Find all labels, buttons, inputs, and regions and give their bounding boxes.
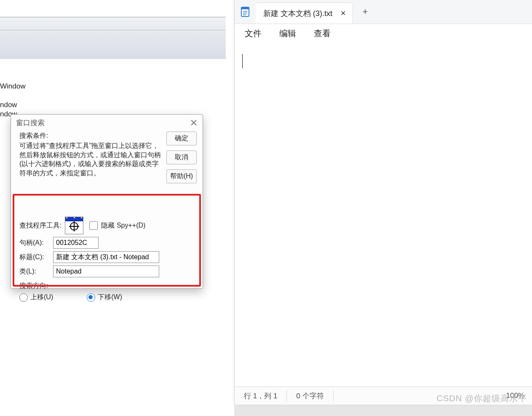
spy-titlebar-strip: [0, 0, 226, 17]
notepad-tabstrip: 新建 文本文档 (3).txt ✕ +: [235, 0, 532, 24]
notepad-status-bar: 行 1，列 1 0 个字符 100%: [235, 386, 532, 405]
direction-label: 搜索方向:: [19, 282, 48, 290]
cancel-button[interactable]: 取消: [166, 150, 197, 164]
class-input[interactable]: [53, 266, 159, 277]
status-charcount: 0 个字符: [287, 390, 333, 401]
radio-icon: [87, 293, 95, 302]
status-zoom: 100%: [506, 392, 532, 400]
finder-dot-icon: [74, 217, 75, 218]
notepad-window: 新建 文本文档 (3).txt ✕ + 文件 编辑 查看 行 1，列 1 0 个…: [234, 0, 532, 405]
finder-dot-icon: [66, 217, 67, 218]
handle-input[interactable]: [53, 237, 99, 249]
text-caret: [242, 54, 243, 68]
menu-view[interactable]: 查看: [314, 28, 331, 39]
notepad-app-icon: [235, 0, 256, 24]
dialog-title: 窗口搜索: [16, 118, 45, 128]
hide-spy-checkbox[interactable]: [89, 221, 98, 230]
notepad-text-area[interactable]: [235, 42, 532, 387]
window-search-dialog: 窗口搜索 搜索条件: 可通过将"查找程序工具"拖至窗口上以选择它，然后释放鼠标按…: [11, 114, 203, 289]
notepad-tab-title: 新建 文本文档 (3).txt: [263, 8, 332, 19]
crosshair-icon: [69, 221, 79, 231]
help-button[interactable]: 帮助(H): [166, 169, 197, 183]
direction-down-radio[interactable]: 下移(W): [87, 293, 122, 302]
dialog-close-button[interactable]: [188, 117, 199, 128]
search-criteria-header: 搜索条件:: [19, 132, 161, 140]
svg-rect-4: [241, 7, 249, 9]
bg-text-ndow1: ndow: [0, 101, 17, 109]
finder-tool[interactable]: [65, 217, 83, 234]
status-position: 行 1，列 1: [235, 390, 287, 401]
search-criteria-text: 可通过将"查找程序工具"拖至窗口上以选择它，然后释放鼠标按钮的方式，或通过输入窗…: [19, 141, 161, 177]
direction-down-label: 下移(W): [98, 293, 122, 302]
notepad-menubar: 文件 编辑 查看: [235, 24, 532, 43]
notepad-tab[interactable]: 新建 文本文档 (3).txt ✕: [256, 3, 353, 24]
ok-button[interactable]: 确定: [166, 132, 197, 145]
handle-label: 句柄(A):: [19, 239, 50, 247]
direction-up-label: 上移(U): [30, 293, 53, 302]
caption-input[interactable]: [53, 251, 159, 263]
notepad-new-tab-button[interactable]: +: [353, 0, 377, 24]
hide-spy-label: 隐藏 Spy++(D): [101, 221, 145, 230]
bg-text-window: Window: [0, 82, 25, 91]
caption-label: 标题(C):: [19, 253, 50, 262]
menu-file[interactable]: 文件: [245, 28, 262, 39]
direction-up-radio[interactable]: 上移(U): [19, 293, 53, 302]
menu-edit[interactable]: 编辑: [279, 28, 296, 39]
radio-icon: [19, 293, 28, 302]
dialog-titlebar[interactable]: 窗口搜索: [11, 115, 203, 130]
notepad-tab-close[interactable]: ✕: [340, 9, 346, 17]
finder-dot-icon: [81, 217, 82, 218]
finder-tool-label: 查找程序工具:: [19, 221, 61, 230]
close-icon: [191, 120, 197, 126]
class-label: 类(L):: [19, 267, 50, 276]
spy-toolbar-strip: [0, 17, 226, 59]
